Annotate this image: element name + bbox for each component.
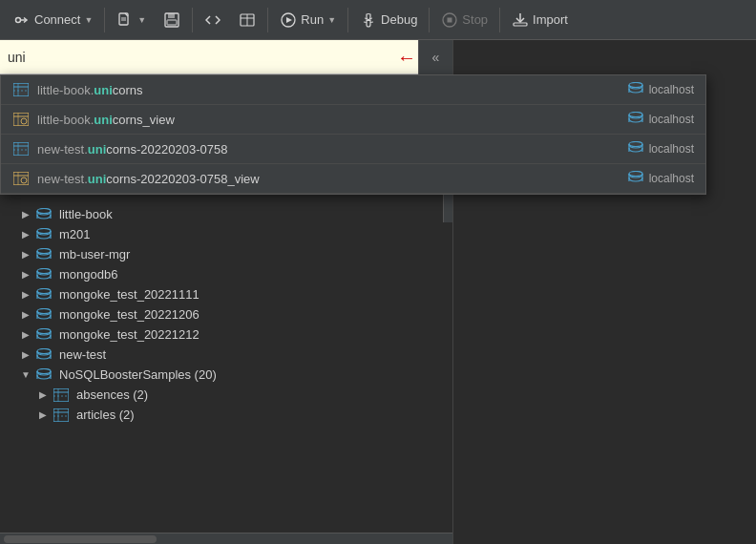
tree-item-label: little-book [59, 207, 445, 221]
run-label: Run [301, 12, 324, 27]
collapse-panel-button[interactable]: « [418, 40, 452, 74]
autocomplete-item[interactable]: little-book.unicorns_viewlocalhost [1, 105, 705, 135]
run-button[interactable]: Run ▼ [272, 8, 344, 32]
svg-line-15 [364, 22, 367, 23]
stop-icon [441, 11, 458, 29]
svg-rect-35 [13, 142, 29, 156]
save-button[interactable] [156, 8, 188, 32]
autocomplete-item[interactable]: little-book.unicornslocalhost [1, 75, 705, 105]
autocomplete-item[interactable]: new-test.unicorns-20220203-0758localhost [1, 135, 705, 164]
svg-rect-80 [53, 408, 69, 422]
tree-expand-icon[interactable]: ▶ [19, 288, 32, 302]
tree-expand-icon[interactable]: ▶ [36, 388, 50, 402]
svg-point-58 [37, 268, 51, 273]
main-area: ← « little-book.unicornslocalhostlittle-… [0, 40, 756, 544]
svg-rect-21 [13, 83, 29, 96]
search-box-container: ← « [0, 40, 452, 74]
db-icon [36, 328, 52, 342]
tree-item[interactable]: ▶mongoke_test_20221206 [0, 304, 452, 324]
tree-item[interactable]: ▶mongoke_test_20221212 [0, 324, 452, 345]
tree-item-label: new-test [59, 347, 445, 362]
tree-item-label: m201 [59, 227, 445, 241]
tree-expand-icon[interactable]: ▶ [19, 268, 32, 282]
autocomplete-item-left: little-book.unicorns_view [12, 111, 175, 128]
import-button[interactable]: Import [504, 8, 576, 32]
sep-5 [429, 8, 430, 32]
sep-2 [192, 8, 193, 32]
stop-button[interactable]: Stop [433, 8, 495, 32]
stop-label: Stop [462, 12, 488, 27]
tree-item-label: absences (2) [76, 387, 445, 402]
tree-expand-icon[interactable]: ▶ [19, 248, 32, 262]
table-code-button[interactable] [231, 8, 263, 32]
connect-label: Connect [34, 12, 80, 27]
search-arrow-icon: ← [397, 47, 416, 69]
svg-point-45 [21, 178, 27, 183]
debug-label: Debug [381, 12, 417, 27]
autocomplete-item-right: localhost [628, 112, 694, 128]
search-input[interactable] [0, 40, 452, 74]
table-icon [53, 408, 69, 422]
tree-item[interactable]: ▶m201 [0, 224, 452, 244]
connect-chevron: ▼ [84, 15, 93, 25]
tree-expand-icon[interactable]: ▼ [19, 368, 32, 382]
tree-item-label: articles (2) [76, 408, 445, 422]
connect-button[interactable]: Connect ▼ [6, 8, 100, 32]
db-icon [36, 268, 52, 282]
svg-point-25 [629, 82, 642, 87]
table-icon [12, 81, 30, 98]
svg-rect-6 [168, 13, 175, 18]
autocomplete-item-label: little-book.unicorns_view [37, 113, 175, 127]
svg-point-70 [37, 348, 51, 353]
svg-line-13 [365, 18, 367, 19]
svg-point-31 [21, 118, 27, 124]
tree-item[interactable]: ▶new-test [0, 345, 452, 365]
tree-expand-icon[interactable]: ▶ [36, 408, 50, 422]
tree-item[interactable]: ▶mb-user-mgr [0, 244, 452, 264]
tree-item[interactable]: ▶absences (2) [0, 385, 452, 405]
view-icon [12, 111, 30, 128]
tree-item[interactable]: ▶mongodb6 [0, 264, 452, 284]
debug-icon [360, 11, 377, 29]
svg-rect-7 [167, 20, 177, 25]
import-icon [512, 11, 529, 29]
tree-expand-icon[interactable]: ▶ [19, 308, 32, 322]
horizontal-scrollbar[interactable] [0, 533, 452, 544]
tree-item[interactable]: ▶little-book [0, 204, 452, 224]
tree-expand-icon[interactable]: ▶ [19, 228, 32, 241]
new-file-icon [116, 11, 134, 29]
tree-item[interactable]: ▶articles (2) [0, 405, 452, 425]
svg-point-52 [37, 228, 51, 233]
run-chevron: ▼ [327, 15, 336, 25]
tree-expand-icon[interactable]: ▶ [19, 328, 32, 342]
autocomplete-item-right: localhost [628, 82, 694, 98]
svg-point-49 [37, 208, 51, 213]
db-icon [36, 288, 52, 302]
tree-panel: ▶little-book▶m201▶mb-user-mgr▶mongodb6▶m… [0, 200, 452, 533]
sep-4 [347, 8, 348, 32]
autocomplete-item-label: new-test.unicorns-20220203-0758_view [37, 172, 260, 186]
svg-point-55 [37, 248, 51, 253]
table-code-icon [239, 11, 256, 29]
autocomplete-item-right: localhost [628, 141, 694, 157]
tree-item[interactable]: ▼NoSQLBoosterSamples (20) [0, 365, 452, 385]
tree-expand-icon[interactable]: ▶ [19, 348, 32, 362]
import-label: Import [533, 12, 568, 27]
tree-item-label: mongoke_test_20221206 [59, 307, 445, 322]
code-button[interactable] [197, 8, 229, 32]
autocomplete-item[interactable]: new-test.unicorns-20220203-0758_viewloca… [1, 164, 705, 194]
autocomplete-item-label: new-test.unicorns-20220203-0758 [37, 142, 227, 157]
tree-item-label: mb-user-mgr [59, 247, 445, 262]
tree-item[interactable]: ▶mongoke_test_20221111 [0, 284, 452, 304]
db-icon [628, 112, 643, 128]
db-icon [628, 141, 643, 157]
toolbar: Connect ▼ ▼ Run ▼ [0, 0, 756, 40]
scroll-thumb[interactable] [4, 535, 157, 543]
new-file-button[interactable]: ▼ [109, 8, 154, 32]
server-label: localhost [649, 172, 694, 185]
view-icon [12, 170, 30, 187]
sep-6 [499, 8, 500, 32]
sep-3 [267, 8, 268, 32]
tree-expand-icon[interactable]: ▶ [19, 208, 32, 221]
debug-button[interactable]: Debug [352, 8, 425, 32]
